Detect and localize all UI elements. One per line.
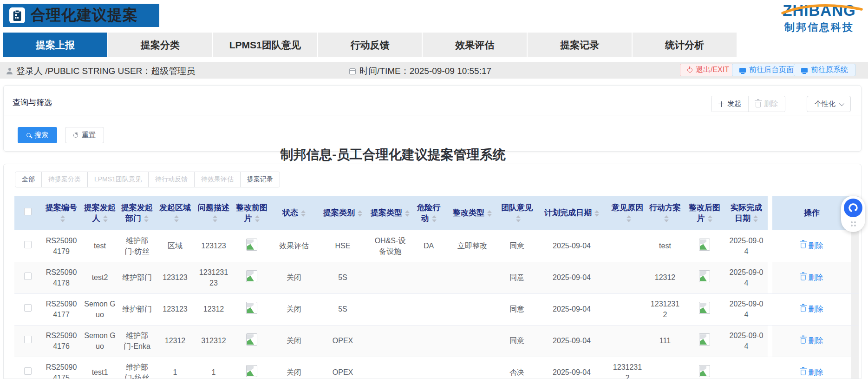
search-button[interactable]: 搜索	[18, 127, 57, 143]
image-placeholder-icon[interactable]	[699, 333, 710, 346]
col-plan-date[interactable]: 计划完成日期	[535, 196, 609, 230]
launch-button[interactable]: 发起	[711, 96, 748, 112]
delete-row-button[interactable]: 删除	[801, 240, 823, 251]
filter-to-feedback[interactable]: 待行动反馈	[149, 172, 195, 187]
row-checkbox[interactable]	[24, 273, 32, 280]
col-rectify-type[interactable]: 整改类型	[445, 196, 499, 230]
sort-icon[interactable]	[516, 215, 521, 222]
delete-row-button[interactable]: 删除	[801, 272, 823, 283]
trash-icon	[801, 243, 805, 248]
drag-handle-icon[interactable]	[851, 221, 856, 226]
time-info: 时间/TIME：2025-09-09 10:55:17	[349, 65, 491, 77]
assistant-icon[interactable]	[844, 199, 862, 217]
tab-statistics[interactable]: 统计分析	[633, 33, 737, 57]
filter-to-classify[interactable]: 待提案分类	[42, 172, 88, 187]
sort-icon[interactable]	[627, 215, 631, 222]
delete-button[interactable]: 删除	[748, 96, 785, 112]
table-row: RS250904179test维护部门-纺丝 区域123123 效果评估HSEO…	[14, 230, 859, 262]
row-checkbox[interactable]	[24, 367, 32, 375]
filter-to-evaluate[interactable]: 待效果评估	[195, 172, 241, 187]
row-checkbox[interactable]	[24, 241, 32, 248]
sort-icon[interactable]	[753, 215, 758, 222]
col-area[interactable]: 发起区域	[156, 196, 195, 230]
row-checkbox[interactable]	[24, 336, 32, 343]
login-user-text: 登录人 /PUBLIC STRING USER：超级管理员	[16, 65, 195, 77]
panel-divider	[4, 115, 861, 115]
col-problem-desc[interactable]: 问题描述	[195, 196, 233, 230]
company-logo: ZHIBANG 制邦信息科技	[775, 2, 863, 34]
col-team-opinion[interactable]: 团队意见	[499, 196, 535, 230]
sort-icon[interactable]	[103, 215, 108, 222]
tab-proposal-classify[interactable]: 提案分类	[108, 33, 213, 57]
monitor-icon	[739, 68, 746, 73]
sort-icon[interactable]	[174, 215, 179, 222]
col-action-plan[interactable]: 行动方案	[646, 196, 684, 230]
app-title: 合理化建议提案	[31, 5, 138, 26]
col-opinion-reason[interactable]: 意见原因	[609, 196, 646, 230]
status-filter-group: 全部 待提案分类 LPMS1团队意见 待行动反馈 待效果评估 提案记录	[15, 172, 280, 187]
filter-record[interactable]: 提案记录	[241, 172, 280, 187]
fixed-column-gap	[768, 196, 772, 230]
select-all-checkbox[interactable]	[24, 208, 32, 215]
sort-icon[interactable]	[664, 215, 669, 222]
sort-icon[interactable]	[301, 210, 306, 217]
col-danger-action[interactable]: 危险行动	[412, 196, 445, 230]
col-status[interactable]: 状态	[271, 196, 317, 230]
go-origin-system-button[interactable]: 前往原系统	[794, 64, 855, 76]
filter-all[interactable]: 全部	[15, 172, 42, 187]
sort-icon[interactable]	[708, 215, 712, 222]
reset-button[interactable]: 重置	[65, 127, 104, 143]
page-title: 制邦信息-员工合理化建议提案管理系统	[0, 146, 786, 164]
col-type[interactable]: 提案类型	[368, 196, 412, 230]
search-icon	[26, 133, 31, 137]
sort-icon[interactable]	[60, 215, 65, 222]
tab-action-feedback[interactable]: 行动反馈	[318, 33, 423, 57]
calendar-icon	[349, 68, 356, 74]
sort-icon[interactable]	[255, 215, 260, 222]
image-placeholder-icon[interactable]	[246, 239, 257, 251]
col-actual-date[interactable]: 实际完成日期	[725, 196, 768, 230]
col-proposer[interactable]: 提案发起人	[81, 196, 118, 230]
sort-icon[interactable]	[358, 210, 362, 217]
refresh-icon	[73, 133, 78, 138]
col-before-image[interactable]: 整改前图片	[233, 196, 271, 230]
col-category[interactable]: 提案类别	[317, 196, 368, 230]
sort-icon[interactable]	[213, 215, 217, 222]
image-placeholder-icon[interactable]	[699, 365, 710, 377]
image-placeholder-icon[interactable]	[246, 302, 257, 314]
trash-icon	[801, 370, 805, 375]
image-placeholder-icon[interactable]	[246, 333, 257, 346]
filter-lpms1-opinion[interactable]: LPMS1团队意见	[88, 172, 149, 187]
delete-row-button[interactable]: 删除	[801, 335, 823, 346]
delete-row-button[interactable]: 删除	[801, 304, 823, 314]
col-after-image[interactable]: 整改后图片	[684, 196, 725, 230]
sort-icon[interactable]	[144, 215, 149, 222]
delete-row-button[interactable]: 删除	[801, 367, 823, 378]
tab-lpms1-team-opinion[interactable]: LPMS1团队意见	[213, 33, 318, 57]
col-proposal-no[interactable]: 提案编号	[41, 196, 81, 230]
query-filter-panel: 查询与筛选 发起 删除 个性化 搜索 重置	[3, 85, 861, 152]
tab-effect-evaluate[interactable]: 效果评估	[423, 33, 528, 57]
tab-proposal-record[interactable]: 提案记录	[528, 33, 633, 57]
plus-icon	[718, 101, 724, 107]
tab-proposal-submit[interactable]: 提案上报	[3, 33, 108, 57]
sort-icon[interactable]	[594, 210, 599, 217]
time-text: 时间/TIME：2025-09-09 10:55:17	[359, 65, 491, 77]
exit-button[interactable]: 退出/EXIT	[680, 64, 737, 76]
personalize-button[interactable]: 个性化	[807, 96, 851, 112]
image-placeholder-icon[interactable]	[246, 365, 257, 377]
go-backend-button[interactable]: 前往后台页面	[732, 64, 801, 76]
sort-icon[interactable]	[405, 210, 410, 217]
sort-icon[interactable]	[432, 215, 437, 222]
image-placeholder-icon[interactable]	[699, 239, 710, 251]
row-checkbox[interactable]	[24, 304, 32, 312]
image-placeholder-icon[interactable]	[246, 270, 257, 282]
main-tab-bar: 提案上报 提案分类 LPMS1团队意见 行动反馈 效果评估 提案记录 统计分析	[3, 33, 737, 57]
trash-icon	[756, 102, 761, 107]
sort-icon[interactable]	[487, 210, 492, 217]
floating-assistant-widget	[841, 196, 865, 232]
image-placeholder-icon[interactable]	[699, 302, 710, 314]
col-dept[interactable]: 提案发起部门	[118, 196, 156, 230]
image-placeholder-icon[interactable]	[699, 270, 710, 282]
trash-icon	[801, 275, 805, 280]
